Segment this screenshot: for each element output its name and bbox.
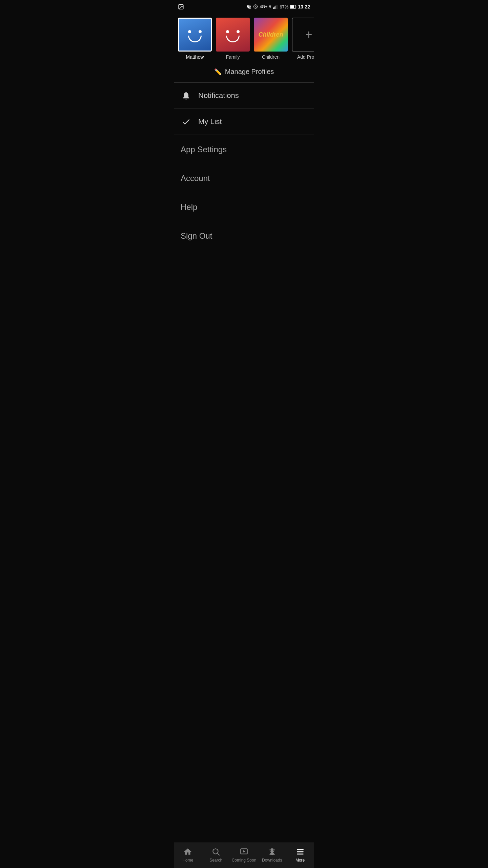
- status-left-icons: [178, 4, 184, 10]
- mute-icon: [246, 4, 251, 9]
- manage-profiles-row[interactable]: ✏️ Manage Profiles: [174, 62, 314, 82]
- check-icon: [181, 116, 191, 127]
- menu-item-notifications[interactable]: Notifications: [174, 83, 314, 109]
- eye-left: [188, 30, 191, 33]
- battery-icon: [290, 5, 297, 9]
- smiley-matthew: [183, 23, 207, 46]
- svg-rect-8: [290, 5, 294, 8]
- network-label: 4G+ R: [260, 4, 271, 9]
- profile-matthew[interactable]: Matthew: [178, 18, 212, 60]
- app-settings-label: App Settings: [181, 145, 227, 154]
- svg-rect-2: [273, 7, 274, 9]
- profile-name-family: Family: [226, 54, 240, 60]
- help-label: Help: [181, 202, 197, 212]
- sign-out-label: Sign Out: [181, 231, 212, 240]
- menu-item-help[interactable]: Help: [174, 193, 314, 222]
- profile-name-children: Children: [262, 54, 280, 60]
- eye-left: [226, 30, 229, 33]
- manage-profiles-label: Manage Profiles: [225, 68, 274, 76]
- main-content: Matthew Family Children Children +: [174, 12, 314, 278]
- smiley-family: [221, 23, 245, 46]
- profile-family[interactable]: Family: [216, 18, 250, 60]
- menu-item-account[interactable]: Account: [174, 164, 314, 193]
- my-list-label: My List: [198, 117, 222, 126]
- profile-avatar-matthew[interactable]: [178, 18, 212, 52]
- notifications-label: Notifications: [198, 91, 239, 100]
- profile-avatar-add[interactable]: +: [292, 18, 314, 52]
- svg-point-1: [180, 5, 180, 6]
- svg-rect-5: [277, 5, 277, 9]
- profile-name-add: Add Profile: [297, 54, 314, 60]
- status-bar: 4G+ R 67% 13:22: [174, 0, 314, 12]
- menu-item-sign-out[interactable]: Sign Out: [174, 222, 314, 251]
- profiles-section: Matthew Family Children Children +: [174, 12, 314, 62]
- bell-icon: [181, 90, 191, 101]
- eye-right: [199, 30, 202, 33]
- signal-icon: [273, 4, 278, 9]
- svg-rect-7: [296, 6, 297, 8]
- alarm-icon: [253, 4, 258, 9]
- profile-children[interactable]: Children Children: [254, 18, 288, 60]
- svg-rect-3: [274, 6, 275, 9]
- status-time: 13:22: [298, 4, 310, 9]
- profile-name-matthew: Matthew: [186, 54, 204, 60]
- status-right-icons: 4G+ R 67% 13:22: [246, 4, 310, 9]
- menu-item-app-settings[interactable]: App Settings: [174, 135, 314, 164]
- menu-item-my-list[interactable]: My List: [174, 109, 314, 135]
- add-icon: +: [305, 28, 312, 41]
- profile-avatar-children[interactable]: Children: [254, 18, 288, 52]
- image-icon: [178, 4, 184, 10]
- children-text: Children: [258, 31, 283, 38]
- profile-avatar-family[interactable]: [216, 18, 250, 52]
- pencil-icon: ✏️: [214, 68, 222, 76]
- eye-right: [237, 30, 240, 33]
- profile-add[interactable]: + Add Profile: [292, 18, 314, 60]
- svg-rect-4: [276, 6, 276, 9]
- battery-percentage: 67%: [280, 4, 288, 9]
- account-label: Account: [181, 174, 210, 183]
- smile: [188, 36, 202, 42]
- smile: [226, 36, 240, 42]
